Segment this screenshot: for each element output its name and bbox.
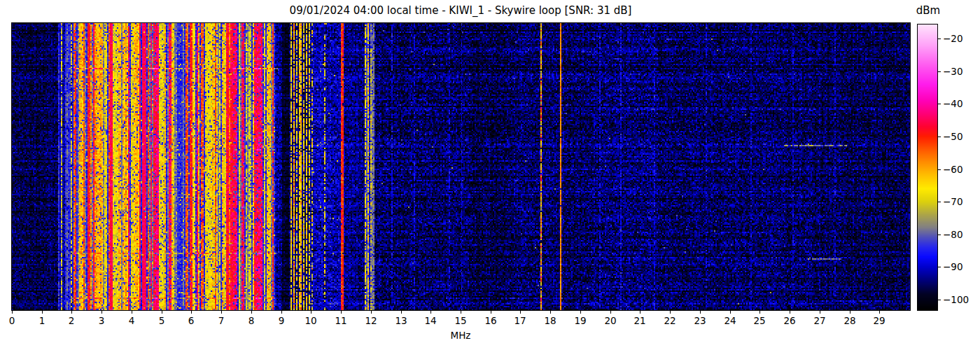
x-tick-mark: [12, 311, 13, 314]
x-tick-label: 28: [844, 315, 855, 326]
colorbar-title: dBm: [916, 4, 940, 17]
x-tick-mark: [221, 311, 222, 314]
x-tick-mark: [102, 311, 102, 314]
colorbar-tick-label: −20: [943, 33, 963, 44]
x-tick-mark: [670, 311, 671, 314]
colorbar-tick-label: −40: [943, 98, 963, 109]
colorbar-tick-mark: [938, 234, 941, 235]
x-tick-label: 7: [218, 315, 225, 326]
colorbar-tick-label: −50: [943, 131, 963, 142]
x-tick-mark: [162, 311, 162, 314]
colorbar-gradient: [918, 24, 937, 310]
x-tick-mark: [610, 311, 611, 314]
x-tick-label: 1: [39, 315, 46, 326]
x-tick-label: 27: [813, 315, 825, 326]
x-tick-mark: [760, 311, 760, 314]
x-tick-mark: [281, 311, 282, 314]
x-tick-label: 24: [724, 315, 736, 326]
x-tick-label: 5: [159, 315, 165, 326]
colorbar-tick-label: −80: [943, 229, 963, 240]
x-tick-label: 23: [694, 315, 706, 326]
x-tick-label: 4: [129, 315, 135, 326]
x-tick-mark: [580, 311, 581, 314]
x-tick-label: 13: [395, 315, 407, 326]
x-tick-label: 21: [634, 315, 645, 326]
x-tick-label: 0: [9, 315, 15, 326]
colorbar-tick-label: −90: [943, 261, 963, 272]
x-tick-label: 12: [365, 315, 377, 326]
chart-title: 09/01/2024 04:00 local time - KIWI_1 - S…: [290, 4, 632, 17]
x-tick-mark: [311, 311, 312, 314]
colorbar-tick-mark: [938, 38, 941, 39]
x-tick-mark: [730, 311, 731, 314]
colorbar-tick-mark: [938, 136, 941, 137]
spectrogram-figure: 09/01/2024 04:00 local time - KIWI_1 - S…: [0, 0, 980, 350]
x-tick-mark: [520, 311, 521, 314]
colorbar-tick-mark: [938, 202, 941, 202]
colorbar: [917, 24, 938, 311]
x-tick-label: 19: [574, 315, 586, 326]
colorbar-tick-label: −30: [943, 66, 963, 77]
x-tick-label: 6: [188, 315, 195, 326]
x-tick-mark: [790, 311, 790, 314]
colorbar-tick-mark: [938, 267, 941, 267]
x-tick-label: 3: [99, 315, 105, 326]
x-tick-mark: [430, 311, 431, 314]
colorbar-tick-mark: [938, 71, 941, 72]
x-tick-label: 11: [335, 315, 346, 326]
x-tick-label: 22: [664, 315, 676, 326]
x-tick-label: 14: [424, 315, 436, 326]
x-tick-label: 17: [514, 315, 526, 326]
x-tick-mark: [820, 311, 820, 314]
spectrogram-heatmap: [12, 23, 910, 310]
x-tick-label: 29: [873, 315, 885, 326]
x-tick-label: 18: [544, 315, 556, 326]
colorbar-tick-label: −70: [943, 196, 963, 207]
x-tick-mark: [461, 311, 461, 314]
x-tick-mark: [341, 311, 342, 314]
x-tick-mark: [401, 311, 402, 314]
x-tick-mark: [71, 311, 72, 314]
x-tick-mark: [132, 311, 132, 314]
x-tick-mark: [371, 311, 372, 314]
plot-area: [11, 22, 911, 311]
colorbar-tick-label: −100: [943, 294, 969, 305]
x-tick-mark: [550, 311, 551, 314]
x-tick-mark: [491, 311, 491, 314]
x-tick-label: 15: [454, 315, 466, 326]
colorbar-tick-mark: [938, 169, 941, 170]
x-tick-label: 10: [304, 315, 316, 326]
x-tick-label: 20: [604, 315, 616, 326]
colorbar-tick-label: −60: [943, 164, 963, 175]
x-tick-label: 16: [484, 315, 496, 326]
x-tick-mark: [42, 311, 43, 314]
x-tick-mark: [850, 311, 850, 314]
x-tick-mark: [700, 311, 701, 314]
x-tick-mark: [879, 311, 880, 314]
colorbar-tick-mark: [938, 300, 941, 300]
x-tick-mark: [191, 311, 192, 314]
colorbar-tick-mark: [938, 104, 941, 104]
x-tick-label: 8: [248, 315, 255, 326]
x-tick-mark: [640, 311, 640, 314]
x-tick-label: 26: [783, 315, 795, 326]
x-axis-label: MHz: [451, 330, 471, 341]
x-tick-mark: [251, 311, 252, 314]
x-tick-label: 2: [69, 315, 75, 326]
x-tick-label: 9: [279, 315, 285, 326]
x-tick-label: 25: [753, 315, 765, 326]
